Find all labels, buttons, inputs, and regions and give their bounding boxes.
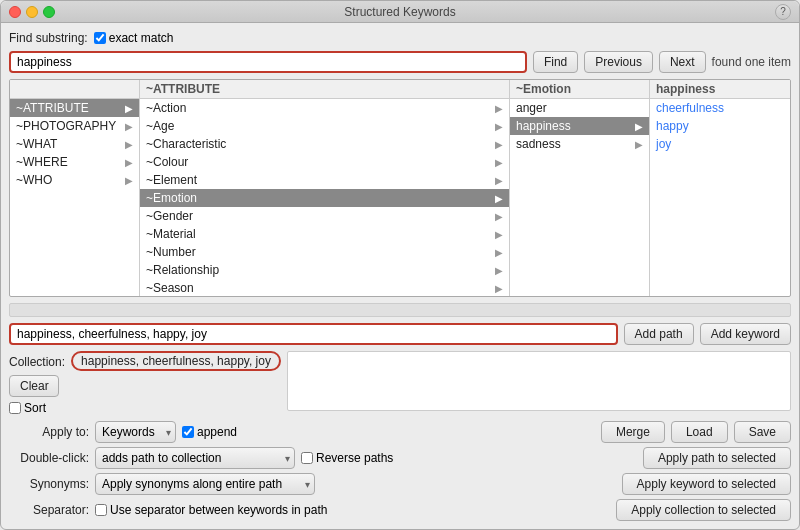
add-keyword-button[interactable]: Add keyword: [700, 323, 791, 345]
list-item[interactable]: ~WHO ▶: [10, 171, 139, 189]
apply-to-wrapper: Keywords IPTC: [95, 421, 176, 443]
add-path-button[interactable]: Add path: [624, 323, 694, 345]
collection-label-row: Collection: happiness, cheerfulness, hap…: [9, 351, 281, 371]
found-text: found one item: [712, 55, 791, 69]
search-input-row: Find Previous Next found one item: [9, 51, 791, 73]
reverse-paths-group: Reverse paths: [301, 451, 393, 465]
find-button[interactable]: Find: [533, 51, 578, 73]
arrow-icon: ▶: [495, 139, 503, 150]
list-item[interactable]: ~PHOTOGRAPHY ▶: [10, 117, 139, 135]
browser-col-4: happiness cheerfulness happy joy: [650, 80, 790, 296]
list-item[interactable]: ~Number▶: [140, 243, 509, 261]
list-item[interactable]: ~Material▶: [140, 225, 509, 243]
list-item[interactable]: ~Element▶: [140, 171, 509, 189]
synonyms-select[interactable]: Apply synonyms along entire path No syno…: [95, 473, 315, 495]
previous-button[interactable]: Previous: [584, 51, 653, 73]
list-item[interactable]: ~ATTRIBUTE ▶: [10, 99, 139, 117]
arrow-icon: ▶: [125, 157, 133, 168]
path-input[interactable]: [9, 323, 618, 345]
arrow-icon: ▶: [635, 121, 643, 132]
append-checkbox[interactable]: [182, 426, 194, 438]
arrow-icon: ▶: [125, 175, 133, 186]
reverse-paths-label: Reverse paths: [316, 451, 393, 465]
list-item[interactable]: ~WHERE ▶: [10, 153, 139, 171]
traffic-lights: [9, 6, 55, 18]
right-buttons-row2: Apply path to selected: [643, 447, 791, 469]
browser-col-1: ~ATTRIBUTE ▶ ~PHOTOGRAPHY ▶ ~WHAT ▶ ~WHE…: [10, 80, 140, 296]
arrow-icon: ▶: [495, 175, 503, 186]
arrow-icon: ▶: [495, 283, 503, 294]
list-item[interactable]: happiness ▶: [510, 117, 649, 135]
arrow-icon: ▶: [495, 211, 503, 222]
list-item[interactable]: cheerfulness: [650, 99, 790, 117]
list-item[interactable]: anger: [510, 99, 649, 117]
sort-row: Sort: [9, 401, 281, 415]
list-item[interactable]: ~Age▶: [140, 117, 509, 135]
collection-label: Collection:: [9, 353, 65, 369]
bottom-controls: Apply to: Keywords IPTC append Merge Loa…: [9, 421, 791, 521]
apply-to-label: Apply to:: [9, 425, 89, 439]
reverse-paths-checkbox[interactable]: [301, 452, 313, 464]
collection-area: Collection: happiness, cheerfulness, hap…: [9, 351, 791, 415]
browser-col-3: ~Emotion anger happiness ▶ sadness ▶: [510, 80, 650, 296]
apply-to-row: Apply to: Keywords IPTC append Merge Loa…: [9, 421, 791, 443]
col1-header: [10, 80, 139, 99]
right-buttons-row3: Apply keyword to selected: [622, 473, 791, 495]
list-item[interactable]: ~Colour▶: [140, 153, 509, 171]
minimize-button[interactable]: [26, 6, 38, 18]
col3-header: ~Emotion: [510, 80, 649, 99]
right-buttons-row1: Merge Load Save: [601, 421, 791, 443]
find-substring-row: Find substring: exact match: [9, 31, 791, 45]
separator-group: Use separator between keywords in path: [95, 503, 327, 517]
apply-collection-button[interactable]: Apply collection to selected: [616, 499, 791, 521]
save-button[interactable]: Save: [734, 421, 791, 443]
arrow-icon: ▶: [495, 157, 503, 168]
list-item[interactable]: ~Season▶: [140, 279, 509, 296]
load-button[interactable]: Load: [671, 421, 728, 443]
list-item[interactable]: joy: [650, 135, 790, 153]
col2-header: ~ATTRIBUTE: [140, 80, 509, 99]
separator-row: Separator: Use separator between keyword…: [9, 499, 791, 521]
window-title: Structured Keywords: [344, 5, 455, 19]
append-group: append: [182, 425, 237, 439]
sort-label: Sort: [24, 401, 46, 415]
collection-value-display: happiness, cheerfulness, happy, joy: [71, 351, 281, 371]
double-click-wrapper: adds path to collection adds keyword to …: [95, 447, 295, 469]
double-click-select[interactable]: adds path to collection adds keyword to …: [95, 447, 295, 469]
merge-button[interactable]: Merge: [601, 421, 665, 443]
arrow-icon: ▶: [495, 193, 503, 204]
help-button[interactable]: ?: [775, 4, 791, 20]
close-button[interactable]: [9, 6, 21, 18]
apply-to-select[interactable]: Keywords IPTC: [95, 421, 176, 443]
horizontal-scrollbar[interactable]: [9, 303, 791, 317]
browser-col-2: ~ATTRIBUTE ~Action▶ ~Age▶ ~Characteristi…: [140, 80, 510, 296]
list-item[interactable]: ~Action▶: [140, 99, 509, 117]
apply-path-button[interactable]: Apply path to selected: [643, 447, 791, 469]
exact-match-checkbox[interactable]: [94, 32, 106, 44]
list-item[interactable]: ~Emotion▶: [140, 189, 509, 207]
list-item[interactable]: ~Gender▶: [140, 207, 509, 225]
clear-button[interactable]: Clear: [9, 375, 59, 397]
arrow-icon: ▶: [125, 103, 133, 114]
synonyms-wrapper: Apply synonyms along entire path No syno…: [95, 473, 315, 495]
list-item[interactable]: sadness ▶: [510, 135, 649, 153]
list-item[interactable]: happy: [650, 117, 790, 135]
maximize-button[interactable]: [43, 6, 55, 18]
list-item[interactable]: ~Relationship▶: [140, 261, 509, 279]
titlebar: Structured Keywords ?: [1, 1, 799, 23]
search-input[interactable]: [9, 51, 527, 73]
content-area: Find substring: exact match Find Previou…: [1, 23, 799, 529]
sort-checkbox[interactable]: [9, 402, 21, 414]
collection-text-area[interactable]: [287, 351, 791, 411]
double-click-label: Double-click:: [9, 451, 89, 465]
separator-checkbox[interactable]: [95, 504, 107, 516]
list-item[interactable]: ~Characteristic▶: [140, 135, 509, 153]
exact-match-group: exact match: [94, 31, 174, 45]
apply-keyword-button[interactable]: Apply keyword to selected: [622, 473, 791, 495]
separator-label: Separator:: [9, 503, 89, 517]
next-button[interactable]: Next: [659, 51, 706, 73]
list-item[interactable]: ~WHAT ▶: [10, 135, 139, 153]
arrow-icon: ▶: [125, 121, 133, 132]
column-browser: ~ATTRIBUTE ▶ ~PHOTOGRAPHY ▶ ~WHAT ▶ ~WHE…: [9, 79, 791, 297]
arrow-icon: ▶: [495, 103, 503, 114]
